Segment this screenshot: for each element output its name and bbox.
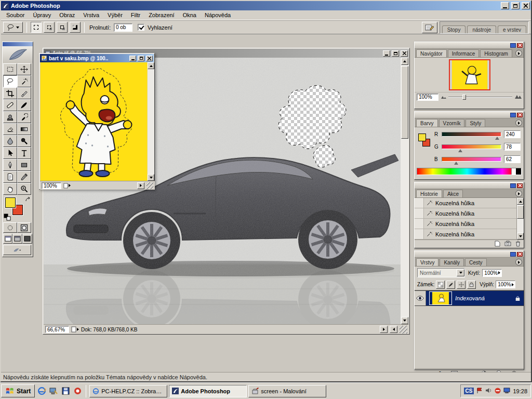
tool-type[interactable]: [17, 147, 31, 159]
layer-thumbnail[interactable]: [429, 291, 452, 305]
green-value-field[interactable]: 78: [504, 143, 521, 151]
menu-item-obraz[interactable]: Obraz: [55, 11, 79, 19]
new-snapshot-icon[interactable]: [504, 241, 511, 247]
red-slider-thumb[interactable]: [495, 137, 499, 140]
tray-antivirus-icon[interactable]: [495, 388, 501, 395]
menu-item-upravy[interactable]: Úpravy: [29, 11, 55, 19]
palette-collapse-button[interactable]: [510, 43, 516, 48]
palette-close-button[interactable]: [517, 43, 523, 48]
tool-magic-wand[interactable]: [17, 75, 31, 87]
tab-histogram[interactable]: Histogram: [480, 49, 512, 57]
blend-mode-select[interactable]: Normální: [417, 268, 465, 277]
blue-slider-thumb[interactable]: [454, 162, 458, 165]
tool-crop[interactable]: [3, 87, 17, 99]
bart-canvas[interactable]: [40, 62, 148, 181]
status-menu-icon[interactable]: [71, 326, 79, 332]
link-layers-icon[interactable]: [419, 369, 430, 373]
palette-close-button[interactable]: [517, 183, 523, 188]
tool-custom-shape[interactable]: [17, 159, 31, 171]
car-maximize-button[interactable]: [392, 50, 399, 57]
document-window-bart[interactable]: bart v saku.bmp @ 100..: [39, 53, 155, 190]
opacity-field[interactable]: 100%: [482, 269, 502, 277]
tool-hand[interactable]: [3, 183, 17, 195]
quicklaunch-desktop-icon[interactable]: [48, 387, 59, 396]
play-forward-button[interactable]: [380, 326, 388, 333]
tool-notes[interactable]: [3, 171, 17, 183]
car-close-button[interactable]: [401, 50, 408, 57]
scroll-up-button[interactable]: [517, 198, 524, 205]
tool-lasso[interactable]: [3, 75, 17, 87]
new-document-from-state-icon[interactable]: [495, 241, 500, 248]
history-source-box[interactable]: [415, 219, 424, 229]
layer-visibility-cell[interactable]: [415, 291, 426, 305]
antialias-checkbox[interactable]: [138, 24, 144, 31]
tab-barvy[interactable]: Barvy: [416, 119, 438, 127]
black-swatch[interactable]: [516, 168, 521, 175]
lock-position-toggle[interactable]: [457, 281, 466, 289]
toolbox-logo-button[interactable]: [3, 46, 33, 63]
lock-pixels-toggle[interactable]: [446, 281, 455, 289]
tool-move[interactable]: [17, 63, 31, 75]
navigator-palette-header[interactable]: [415, 42, 524, 49]
close-button[interactable]: [522, 2, 530, 9]
quicklaunch-media-icon[interactable]: [72, 387, 83, 396]
scroll-up-button[interactable]: [148, 62, 154, 69]
selection-intersect-button[interactable]: [70, 22, 81, 33]
tab-historie[interactable]: Historie: [416, 190, 442, 197]
zoom-out-icon[interactable]: [441, 94, 446, 100]
tab-styly[interactable]: Styly: [466, 119, 485, 127]
tab-akce[interactable]: Akce: [443, 190, 463, 197]
menu-item-okna[interactable]: Okna: [179, 11, 201, 19]
toolbox-titlebar[interactable]: [3, 42, 33, 46]
history-step[interactable]: Kouzelná hůlka: [415, 229, 516, 240]
bart-vertical-scrollbar[interactable]: [148, 62, 154, 181]
layer-row-indexovana[interactable]: Indexovaná: [415, 290, 524, 306]
tab-cesty[interactable]: Cesty: [465, 258, 487, 266]
scroll-down-button[interactable]: [517, 233, 524, 240]
swap-colors-icon[interactable]: [25, 197, 32, 205]
scroll-up-button[interactable]: [401, 58, 408, 65]
tool-history-brush[interactable]: [17, 111, 31, 123]
well-tab-stopy[interactable]: Stopy: [442, 25, 466, 33]
clock[interactable]: 19:28: [513, 388, 527, 394]
tool-clone-stamp[interactable]: [3, 111, 17, 123]
palette-close-button[interactable]: [517, 252, 523, 257]
zoom-field[interactable]: 100%: [42, 182, 61, 189]
palette-close-button[interactable]: [517, 113, 523, 117]
car-vertical-scrollbar[interactable]: [401, 58, 409, 324]
quicklaunch-save-icon[interactable]: [60, 387, 71, 396]
play-back-button[interactable]: [390, 326, 397, 333]
bart-minimize-button[interactable]: [129, 56, 136, 61]
lock-transparency-toggle[interactable]: [436, 281, 445, 289]
history-step[interactable]: Kouzelná hůlka: [415, 208, 516, 219]
well-tab-nastroje[interactable]: nástroje: [467, 25, 496, 33]
maximize-button[interactable]: [511, 2, 520, 9]
history-palette-header[interactable]: [415, 182, 524, 189]
history-scrollbar[interactable]: [516, 198, 524, 240]
tab-vrstvy[interactable]: Vrstvy: [416, 258, 438, 266]
fullscreen-button[interactable]: [22, 234, 32, 244]
menu-item-vrstva[interactable]: Vrstva: [79, 11, 103, 19]
adjustment-layer-icon[interactable]: [479, 369, 489, 373]
tool-pen[interactable]: [3, 159, 17, 171]
foreground-color-swatch[interactable]: [418, 134, 426, 141]
foreground-color-swatch[interactable]: [5, 197, 16, 208]
new-layer-set-icon[interactable]: [464, 369, 474, 373]
language-indicator[interactable]: CS: [464, 388, 474, 394]
tool-eraser[interactable]: [3, 123, 17, 135]
blue-slider[interactable]: [442, 157, 501, 162]
tool-blur[interactable]: [3, 135, 17, 147]
app-titlebar[interactable]: Adobe Photoshop: [1, 1, 531, 10]
quicklaunch-ie-icon[interactable]: [36, 387, 47, 396]
file-browser-button[interactable]: [422, 22, 437, 33]
tool-slice[interactable]: [17, 87, 31, 99]
task-paint[interactable]: screen - Malování: [248, 385, 326, 397]
bart-maximize-button[interactable]: [138, 56, 144, 61]
palette-menu-button[interactable]: [515, 190, 522, 197]
tab-navigator[interactable]: Navigátor: [416, 49, 447, 57]
slider-thumb[interactable]: [462, 95, 466, 100]
layer-style-icon[interactable]: ƒ: [434, 369, 445, 373]
resize-grip[interactable]: [400, 326, 407, 334]
selection-subtract-button[interactable]: [57, 22, 68, 33]
default-colors-icon[interactable]: [4, 214, 11, 222]
